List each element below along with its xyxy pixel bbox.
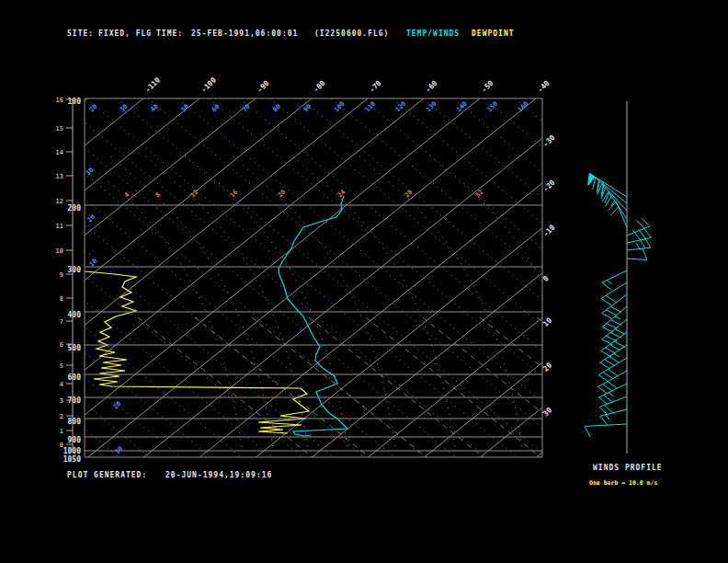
isotherm-line — [88, 98, 537, 457]
isotherm-right-label: 30 — [541, 406, 553, 418]
isotherm-right-label: 10 — [541, 316, 553, 328]
dry-adiabat-line — [0, 98, 302, 457]
wind-barb-staff — [599, 396, 627, 407]
moist-adiabat-label: 12 — [189, 189, 200, 200]
wind-barb-half — [636, 244, 640, 249]
moist-adiabat-curve — [359, 156, 522, 452]
moist-adiabat-label: 16 — [229, 189, 240, 200]
wind-barb-full — [642, 218, 651, 226]
dry-adiabat-line — [86, 98, 517, 457]
isotherm-top-label: -100 — [199, 75, 218, 94]
isotherm-line — [425, 98, 728, 457]
dry-adiabat-line — [117, 98, 547, 457]
isotherm-right-label: -30 — [541, 133, 557, 149]
wind-barb — [601, 282, 627, 305]
pressure-label: 100 — [68, 98, 82, 106]
wind-barb-full — [605, 405, 613, 413]
gray-dashed-line — [252, 317, 427, 457]
height-axis-label: 16 — [56, 97, 63, 104]
height-axis-label: 13 — [56, 173, 63, 180]
moist-adiabat-label: 24 — [336, 189, 347, 200]
isotherm-right-label: -10 — [541, 224, 557, 239]
dry-adiabat-left-label: 20 — [112, 400, 123, 411]
dry-adiabat-line — [0, 98, 180, 457]
height-axis-label: 3 — [60, 397, 63, 405]
dry-adiabat-top-label: 160 — [517, 100, 530, 114]
wind-barb-full — [604, 395, 613, 402]
dry-adiabat-top-label: 80 — [272, 103, 283, 114]
wind-barb — [602, 270, 627, 290]
pressure-label: 900 — [68, 436, 82, 444]
isotherm-line — [369, 98, 728, 457]
height-axis-label: 7 — [60, 318, 63, 326]
wind-barb-staff — [602, 270, 627, 282]
gray-dashed-line — [537, 317, 711, 457]
dry-adiabat-line — [270, 98, 700, 457]
wind-barb-staff — [585, 424, 627, 426]
dry-adiabat-top-label: 70 — [241, 103, 252, 114]
pressure-label: 200 — [68, 204, 82, 213]
wind-barb-full — [605, 360, 615, 366]
pressure-label: 300 — [68, 266, 82, 274]
dry-adiabat-line — [0, 98, 333, 457]
height-axis-label: 2 — [60, 413, 63, 420]
wind-barb-full — [603, 372, 613, 378]
wind-barb-staff — [602, 294, 627, 313]
wind-barb-half — [614, 353, 620, 357]
dry-adiabat-line — [0, 98, 210, 457]
isotherm-right-label: -20 — [541, 178, 557, 194]
gray-dashed-line — [309, 317, 483, 457]
dry-adiabat-top-label: 20 — [88, 103, 99, 114]
moist-adiabat-label: 32 — [474, 189, 485, 200]
wind-barb-full — [600, 416, 608, 425]
wind-barb-staff — [602, 319, 627, 339]
wind-barb-full — [608, 382, 618, 389]
height-axis-label: 5 — [60, 362, 63, 370]
dry-adiabat-top-label: 100 — [333, 100, 347, 114]
pressure-label: 500 — [68, 344, 82, 352]
wind-barb-staff — [616, 201, 627, 227]
dry-adiabat-top-label: 40 — [149, 103, 160, 114]
wind-barb-full — [636, 220, 645, 228]
moist-adiabat-curve — [233, 156, 395, 452]
gray-dashed-line — [366, 317, 540, 457]
isotherm-line — [256, 98, 705, 457]
dry-adiabat-top-label: 60 — [210, 103, 222, 114]
dry-adiabat-top-label: 120 — [394, 100, 408, 114]
wind-barb — [602, 294, 627, 319]
pressure-label: 1050 — [63, 455, 81, 464]
wind-barb-half — [615, 316, 620, 319]
wind-barb-staff — [596, 178, 627, 203]
wind-barb-full — [598, 397, 608, 405]
wind-barb — [627, 248, 647, 259]
height-axis-label: 9 — [60, 271, 63, 279]
wind-barb-full — [610, 306, 620, 312]
height-axis-label: 8 — [60, 295, 63, 303]
wind-barb-full — [598, 375, 609, 382]
wind-barb-full — [644, 237, 651, 247]
wind-barb-full — [608, 369, 618, 375]
wind-barb-full — [598, 386, 609, 394]
isotherm-top-label: -90 — [256, 79, 271, 95]
wind-barb-full — [606, 295, 616, 302]
height-axis-label: 10 — [56, 247, 63, 255]
wind-barb — [627, 228, 651, 243]
height-axis-label: 4 — [60, 381, 63, 388]
dry-adiabat-line — [0, 98, 364, 457]
isotherm-line — [144, 98, 593, 457]
height-axis-label: 6 — [60, 341, 63, 349]
wind-barb-full — [602, 282, 611, 290]
plot-clipped-group — [0, 98, 728, 457]
dry-adiabat-left-label: 20 — [86, 213, 97, 224]
wind-barb-full — [643, 248, 647, 259]
wind-barb-full — [606, 196, 612, 206]
wind-barb-half — [607, 281, 611, 284]
height-axis-label: 14 — [56, 149, 63, 156]
isotherm-right-label: 0 — [541, 274, 551, 283]
dry-adiabat-left-label: 30 — [114, 445, 125, 456]
wind-barb — [585, 424, 627, 437]
dry-adiabat-line — [148, 98, 578, 457]
isotherm-line — [0, 98, 256, 457]
wind-barb-staff — [601, 332, 627, 351]
height-axis-label: 12 — [56, 198, 63, 205]
